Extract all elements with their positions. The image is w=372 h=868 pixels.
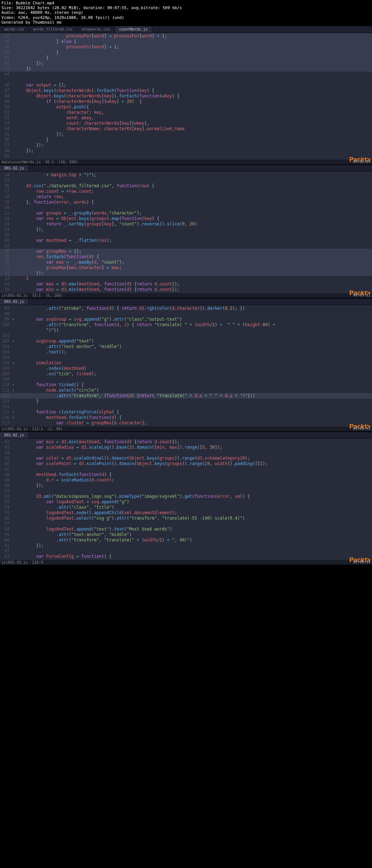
code-line[interactable]: 52 word: wkey,: [0, 115, 372, 121]
code-line[interactable]: 102▾ svgGroup.append("text"): [0, 339, 372, 344]
fold-marker[interactable]: [12, 532, 16, 537]
fold-marker[interactable]: ▾: [12, 382, 16, 388]
fold-marker[interactable]: ▾: [12, 409, 16, 415]
fold-marker[interactable]: [12, 439, 16, 445]
code-line[interactable]: 59 .attr("text-anchor", "middle"): [0, 532, 372, 537]
code-line[interactable]: 46 var scalePoint = d3.scalePoint().doma…: [0, 461, 372, 467]
code-line[interactable]: 46 var output = [];: [0, 83, 372, 88]
code-line[interactable]: 103 .attr("text-anchor", "middle"): [0, 344, 372, 349]
code-line[interactable]: 43 }): [0, 66, 372, 72]
code-line[interactable]: 28 var groupMax = {};: [0, 249, 372, 254]
tab-countWords-js[interactable]: countWords.js: [115, 26, 152, 32]
fold-marker[interactable]: [12, 472, 16, 477]
fold-marker[interactable]: [12, 306, 16, 311]
fold-marker[interactable]: [12, 137, 16, 143]
code-line[interactable]: 35 var min = d3.min(mostUsed, function(d…: [0, 287, 372, 292]
code-line[interactable]: 38 } else {: [0, 39, 372, 44]
code-line[interactable]: 30 var max = _.maxBy(d, "count");: [0, 260, 372, 265]
code-line[interactable]: 49 if (characterWords[key][wkey] > 20) {: [0, 99, 372, 104]
fold-marker[interactable]: [12, 243, 16, 249]
code-line[interactable]: 57 });: [0, 143, 372, 148]
fold-marker[interactable]: [12, 183, 16, 189]
code-line[interactable]: 113 }: [0, 399, 372, 404]
code-line[interactable]: 56 }: [0, 137, 372, 143]
code-line[interactable]: 104 .text();: [0, 349, 372, 355]
fold-marker[interactable]: [12, 543, 16, 548]
fold-marker[interactable]: [12, 194, 16, 200]
code-line[interactable]: 16 d3.csv("./data/words_filtered.csv", f…: [0, 183, 372, 189]
code-line[interactable]: 106▾ simulation: [0, 360, 372, 366]
fold-marker[interactable]: [12, 249, 16, 254]
fold-marker[interactable]: ▾: [12, 360, 16, 366]
fold-marker[interactable]: [12, 200, 16, 205]
code-line[interactable]: 56 logoAndText.select("svg g").attr("tra…: [0, 516, 372, 521]
code-line[interactable]: 33 I: [0, 276, 372, 281]
fold-marker[interactable]: [12, 333, 16, 339]
code-line[interactable]: 40 }: [0, 50, 372, 55]
fold-marker[interactable]: [12, 66, 16, 72]
fold-marker[interactable]: [12, 548, 16, 554]
tab-D01-02-js[interactable]: D01-02.js: [0, 432, 29, 438]
code-line[interactable]: 117 var cluster = groupMax[d.character];: [0, 420, 372, 426]
code-line[interactable]: 25: [0, 232, 372, 238]
fold-marker[interactable]: [12, 311, 16, 317]
fold-marker[interactable]: [12, 238, 16, 243]
fold-marker[interactable]: [12, 355, 16, 360]
code-line[interactable]: 48 mostUsed.forEach(function(d) {: [0, 472, 372, 477]
code-line[interactable]: 27: [0, 243, 372, 249]
fold-marker[interactable]: [12, 72, 16, 77]
fold-marker[interactable]: [12, 527, 16, 532]
fold-marker[interactable]: [12, 55, 16, 61]
code-line[interactable]: 54 .attr("class", "title"): [0, 505, 372, 510]
fold-marker[interactable]: [12, 61, 16, 66]
code-line[interactable]: 29 res.forEach(function(d) {: [0, 254, 372, 260]
code-line[interactable]: 50 });: [0, 483, 372, 488]
fold-marker[interactable]: [12, 287, 16, 292]
fold-marker[interactable]: [12, 104, 16, 110]
fold-marker[interactable]: [12, 467, 16, 472]
fold-marker[interactable]: [12, 121, 16, 126]
code-line[interactable]: 59: [0, 153, 372, 159]
fold-marker[interactable]: [12, 44, 16, 50]
fold-marker[interactable]: [12, 227, 16, 232]
tab-words_filtered-csv[interactable]: words_filtered.csv: [29, 26, 77, 32]
code-line[interactable]: 110▾ function ticked() {: [0, 382, 372, 388]
code-line[interactable]: 101: [0, 333, 372, 339]
code-line[interactable]: 98: [0, 311, 372, 317]
tab-D01-02-js[interactable]: D01-02.js: [0, 299, 29, 305]
code-line[interactable]: 100 .attr("transform", function(d, i) { …: [0, 322, 372, 328]
code-line[interactable]: 51 character: key,: [0, 110, 372, 115]
fold-marker[interactable]: [12, 505, 16, 510]
code-editor[interactable]: 42 var min = d3.min(mostUsed, function(d…: [0, 439, 372, 560]
code-line[interactable]: 41 }: [0, 55, 372, 61]
code-editor[interactable]: 37 processFor[word] = processFor[word] +…: [0, 33, 372, 160]
code-line[interactable]: 49 d.r = scaleRadius(d.count);: [0, 477, 372, 483]
code-line[interactable]: 116▾ mostUsed.forEach(function(d) {: [0, 415, 372, 420]
fold-marker[interactable]: [12, 115, 16, 121]
code-line[interactable]: 55 });: [0, 132, 372, 137]
code-line[interactable]: 48 Object.keys(characterWords[key]).forE…: [0, 93, 372, 99]
fold-marker[interactable]: [12, 371, 16, 377]
code-line[interactable]: 42 var min = d3.min(mostUsed, function(d…: [0, 439, 372, 445]
code-line[interactable]: 107 .nodes(mostUsed): [0, 366, 372, 371]
fold-marker[interactable]: [12, 216, 16, 221]
code-line[interactable]: 55 logoAndText.node().appendChild(xml.do…: [0, 510, 372, 516]
fold-marker[interactable]: [12, 83, 16, 88]
fold-marker[interactable]: [12, 450, 16, 456]
fold-marker[interactable]: [12, 483, 16, 488]
code-line[interactable]: 31 groupMax[max.character] = max;: [0, 265, 372, 271]
code-line[interactable]: 53 count: characterWords[key][wkey],: [0, 121, 372, 126]
fold-marker[interactable]: [12, 393, 16, 399]
tab-stopwords-csv[interactable]: stopwords.csv: [77, 26, 115, 32]
code-line[interactable]: 47 Object.keys(characterWords).forEach(f…: [0, 88, 372, 93]
fold-marker[interactable]: [12, 221, 16, 227]
code-line[interactable]: 99▾ var svgGroup = svg.append("g").attr(…: [0, 317, 372, 322]
code-line[interactable]: 108 .on("tick", ticked);: [0, 371, 372, 377]
fold-marker[interactable]: [12, 377, 16, 382]
fold-marker[interactable]: [12, 516, 16, 521]
code-line[interactable]: 112 .attr("transform", (function(d) {ret…: [0, 393, 372, 399]
fold-marker[interactable]: [12, 93, 16, 99]
fold-marker[interactable]: [12, 189, 16, 194]
fold-marker[interactable]: [12, 499, 16, 505]
fold-marker[interactable]: [12, 110, 16, 115]
